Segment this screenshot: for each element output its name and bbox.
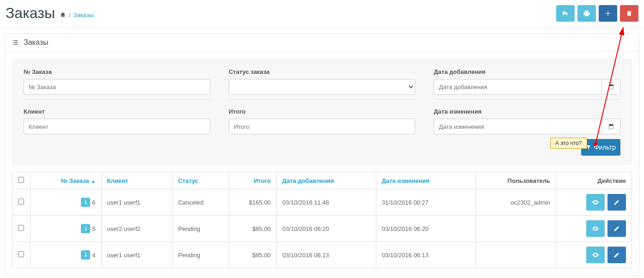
- home-icon[interactable]: [60, 12, 66, 18]
- edit-button[interactable]: [607, 220, 626, 237]
- total-input[interactable]: [229, 119, 416, 134]
- col-date-added[interactable]: Дата добавления: [282, 177, 334, 184]
- pencil-icon: [613, 225, 620, 232]
- breadcrumb: / Заказы: [60, 12, 93, 18]
- trash-icon: [626, 10, 632, 17]
- panel-title: Заказы: [24, 38, 48, 47]
- breadcrumb-orders-link[interactable]: Заказы: [74, 12, 93, 18]
- pencil-icon: [613, 252, 620, 258]
- page-title: Заказы: [6, 5, 55, 22]
- panel-heading: Заказы: [5, 34, 639, 52]
- order-id-label: № Заказа: [24, 68, 210, 75]
- date-added-calendar-button[interactable]: [602, 79, 620, 95]
- row-checkbox[interactable]: [18, 225, 24, 231]
- date-added-label: Дата добавления: [434, 68, 620, 75]
- col-order-id[interactable]: № Заказа▲: [61, 177, 96, 184]
- row-date-added: 03/10/2016 06:13: [276, 242, 376, 268]
- row-user: [475, 242, 556, 268]
- edit-button[interactable]: [607, 194, 626, 211]
- row-total: $85.00: [229, 216, 276, 242]
- date-modified-label: Дата изменения: [434, 108, 620, 115]
- info-icon[interactable]: i: [81, 250, 90, 260]
- row-date-modified: 03/10/2016 06:13: [376, 242, 475, 268]
- row-user: oc2302_admin: [475, 189, 556, 216]
- table-row: i4user1 userf1Pending$85.0003/10/2016 06…: [12, 242, 632, 268]
- row-checkbox[interactable]: [18, 199, 24, 205]
- total-label: Итого: [229, 108, 416, 115]
- calendar-icon: [608, 84, 614, 90]
- row-order-id: 4: [92, 252, 95, 259]
- edit-button[interactable]: [607, 247, 626, 263]
- row-customer: user1 userf1: [101, 189, 172, 216]
- row-total: $165.00: [229, 189, 276, 216]
- table-row: i5user2 userf2Pending$85.0003/10/2016 06…: [12, 216, 632, 242]
- row-order-id: 6: [92, 199, 95, 206]
- orders-table: № Заказа▲ Клиент Статус Итого Дата добав…: [12, 172, 632, 268]
- filter-button-label: Фильтр: [594, 144, 616, 151]
- eye-icon: [592, 225, 599, 232]
- row-date-added: 03/10/2016 06:20: [276, 216, 376, 242]
- col-status[interactable]: Статус: [178, 177, 198, 184]
- truck-icon: [562, 10, 569, 17]
- customer-input[interactable]: [24, 119, 210, 134]
- row-status: Pending: [172, 216, 229, 242]
- row-user: [475, 216, 556, 242]
- toolbar: [556, 5, 638, 22]
- row-customer: user1 userf1: [101, 242, 172, 268]
- row-status: Canceled: [172, 189, 229, 216]
- col-total[interactable]: Итого: [254, 177, 271, 184]
- print-button[interactable]: [577, 5, 596, 22]
- pencil-icon: [613, 199, 620, 205]
- date-added-input[interactable]: [434, 79, 602, 95]
- info-icon[interactable]: i: [81, 198, 90, 207]
- row-checkbox[interactable]: [18, 251, 24, 257]
- row-total: $85.00: [229, 242, 276, 268]
- info-icon[interactable]: i: [81, 224, 90, 233]
- filter-button[interactable]: Фильтр: [581, 139, 620, 156]
- calendar-icon: [608, 123, 614, 130]
- row-date-modified: 03/10/2016 06:20: [376, 216, 475, 242]
- col-date-modified[interactable]: Дата изменения: [382, 177, 429, 184]
- view-button[interactable]: [586, 220, 605, 237]
- row-status: Pending: [172, 242, 229, 268]
- sort-asc-icon: ▲: [91, 179, 96, 184]
- eye-icon: [592, 199, 599, 206]
- select-all-checkbox[interactable]: [18, 177, 24, 183]
- row-customer: user2 userf2: [101, 216, 172, 242]
- order-status-label: Статус заказа: [229, 68, 416, 75]
- add-button[interactable]: [599, 5, 617, 22]
- breadcrumb-separator: /: [69, 12, 71, 18]
- row-date-modified: 31/10/2016 00:27: [376, 189, 475, 216]
- row-date-added: 03/10/2016 11:48: [276, 189, 376, 216]
- filter-icon: [586, 145, 591, 150]
- eye-icon: [592, 251, 599, 259]
- order-status-select[interactable]: [229, 79, 416, 95]
- list-icon: [12, 39, 19, 46]
- col-action: Действие: [556, 172, 632, 189]
- col-customer[interactable]: Клиент: [107, 177, 129, 184]
- date-modified-calendar-button[interactable]: [602, 119, 620, 134]
- delete-button[interactable]: [620, 5, 638, 22]
- order-id-input[interactable]: [24, 79, 210, 95]
- table-row: i6user1 userf1Canceled$165.0003/10/2016 …: [12, 189, 632, 216]
- print-icon: [583, 10, 590, 17]
- plus-icon: [605, 10, 611, 17]
- view-button[interactable]: [586, 247, 605, 263]
- customer-label: Клиент: [24, 108, 210, 115]
- orders-panel: Заказы № Заказа Статус заказа Дата добав…: [5, 33, 639, 276]
- row-order-id: 5: [92, 225, 95, 232]
- view-button[interactable]: [586, 194, 605, 211]
- shipping-button[interactable]: [556, 5, 575, 22]
- col-user: Пользователь: [475, 172, 556, 189]
- filter-panel: № Заказа Статус заказа Дата добавления: [12, 59, 632, 164]
- date-modified-input[interactable]: [434, 119, 602, 134]
